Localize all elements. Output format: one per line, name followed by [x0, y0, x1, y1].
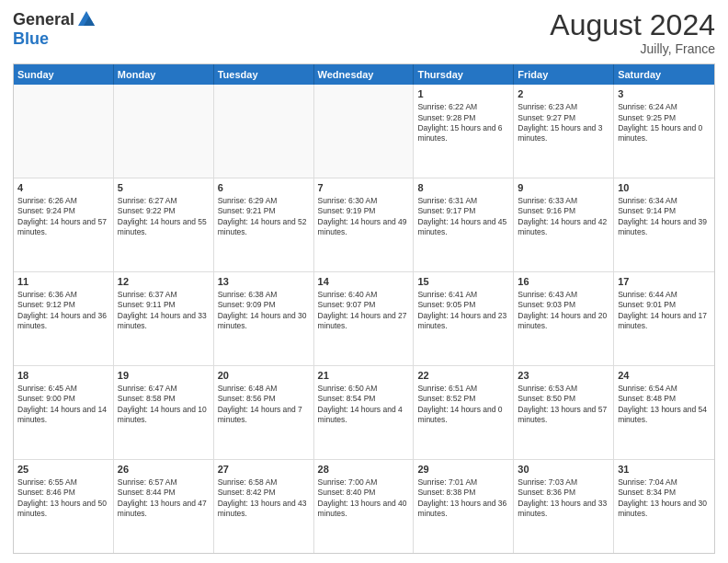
cell-w2-d5: 16Sunrise: 6:43 AM Sunset: 9:03 PM Dayli… — [514, 272, 614, 365]
logo-icon — [76, 9, 97, 29]
cell-info-30: Sunrise: 7:03 AM Sunset: 8:36 PM Dayligh… — [518, 477, 609, 520]
cell-w0-d4: 1Sunrise: 6:22 AM Sunset: 9:28 PM Daylig… — [414, 85, 514, 178]
cell-w2-d4: 15Sunrise: 6:41 AM Sunset: 9:05 PM Dayli… — [414, 272, 514, 365]
day-number-5: 5 — [118, 181, 210, 195]
cell-w4-d0: 25Sunrise: 6:55 AM Sunset: 8:46 PM Dayli… — [14, 460, 114, 553]
day-number-16: 16 — [518, 275, 609, 289]
cell-info-21: Sunrise: 6:50 AM Sunset: 8:54 PM Dayligh… — [318, 384, 410, 426]
day-number-27: 27 — [218, 463, 310, 477]
cell-w0-d3 — [314, 85, 415, 178]
cell-info-11: Sunrise: 6:36 AM Sunset: 9:12 PM Dayligh… — [17, 290, 109, 332]
cell-w4-d1: 26Sunrise: 6:57 AM Sunset: 8:44 PM Dayli… — [114, 460, 214, 553]
cell-info-8: Sunrise: 6:31 AM Sunset: 9:17 PM Dayligh… — [417, 196, 509, 238]
cell-w2-d2: 13Sunrise: 6:38 AM Sunset: 9:09 PM Dayli… — [214, 272, 314, 365]
cell-info-31: Sunrise: 7:04 AM Sunset: 8:34 PM Dayligh… — [618, 477, 711, 520]
cell-w2-d0: 11Sunrise: 6:36 AM Sunset: 9:12 PM Dayli… — [14, 272, 114, 365]
cell-w1-d6: 10Sunrise: 6:34 AM Sunset: 9:14 PM Dayli… — [614, 178, 714, 271]
day-number-14: 14 — [318, 275, 410, 289]
cell-info-2: Sunrise: 6:23 AM Sunset: 9:27 PM Dayligh… — [518, 102, 609, 144]
cell-info-23: Sunrise: 6:53 AM Sunset: 8:50 PM Dayligh… — [518, 384, 609, 426]
cell-w1-d5: 9Sunrise: 6:33 AM Sunset: 9:16 PM Daylig… — [514, 178, 614, 271]
calendar-body: 1Sunrise: 6:22 AM Sunset: 9:28 PM Daylig… — [14, 85, 714, 553]
cell-info-12: Sunrise: 6:37 AM Sunset: 9:11 PM Dayligh… — [118, 290, 210, 332]
day-number-6: 6 — [218, 181, 310, 195]
header-thursday: Thursday — [414, 64, 514, 85]
day-number-24: 24 — [618, 369, 711, 383]
day-number-9: 9 — [518, 181, 609, 195]
cell-w4-d4: 29Sunrise: 7:01 AM Sunset: 8:38 PM Dayli… — [414, 460, 514, 553]
day-number-31: 31 — [618, 463, 711, 477]
cell-info-5: Sunrise: 6:27 AM Sunset: 9:22 PM Dayligh… — [118, 196, 210, 238]
week-row-3: 18Sunrise: 6:45 AM Sunset: 9:00 PM Dayli… — [14, 366, 714, 460]
cell-info-16: Sunrise: 6:43 AM Sunset: 9:03 PM Dayligh… — [518, 290, 609, 332]
cell-w4-d2: 27Sunrise: 6:58 AM Sunset: 8:42 PM Dayli… — [214, 460, 314, 553]
page: General Blue August 2024 Juilly, France … — [0, 0, 728, 563]
cell-info-25: Sunrise: 6:55 AM Sunset: 8:46 PM Dayligh… — [17, 477, 109, 520]
cell-info-19: Sunrise: 6:47 AM Sunset: 8:58 PM Dayligh… — [118, 384, 210, 426]
day-number-29: 29 — [417, 463, 509, 477]
cell-w0-d5: 2Sunrise: 6:23 AM Sunset: 9:27 PM Daylig… — [514, 85, 614, 178]
cell-info-24: Sunrise: 6:54 AM Sunset: 8:48 PM Dayligh… — [618, 384, 711, 426]
cell-info-28: Sunrise: 7:00 AM Sunset: 8:40 PM Dayligh… — [318, 477, 410, 520]
cell-w1-d4: 8Sunrise: 6:31 AM Sunset: 9:17 PM Daylig… — [414, 178, 514, 271]
cell-w0-d2 — [214, 85, 314, 178]
day-number-26: 26 — [118, 463, 210, 477]
cell-w2-d1: 12Sunrise: 6:37 AM Sunset: 9:11 PM Dayli… — [114, 272, 214, 365]
location: Juilly, France — [550, 41, 715, 56]
cell-w3-d1: 19Sunrise: 6:47 AM Sunset: 8:58 PM Dayli… — [114, 366, 214, 459]
cell-w0-d1 — [114, 85, 214, 178]
cell-info-27: Sunrise: 6:58 AM Sunset: 8:42 PM Dayligh… — [218, 477, 310, 520]
calendar: Sunday Monday Tuesday Wednesday Thursday… — [13, 63, 715, 554]
header: General Blue August 2024 Juilly, France — [13, 9, 715, 56]
cell-info-7: Sunrise: 6:30 AM Sunset: 9:19 PM Dayligh… — [318, 196, 410, 238]
calendar-header: Sunday Monday Tuesday Wednesday Thursday… — [14, 64, 714, 85]
day-number-30: 30 — [518, 463, 609, 477]
cell-info-13: Sunrise: 6:38 AM Sunset: 9:09 PM Dayligh… — [218, 290, 310, 332]
header-wednesday: Wednesday — [314, 64, 415, 85]
header-tuesday: Tuesday — [214, 64, 314, 85]
cell-info-22: Sunrise: 6:51 AM Sunset: 8:52 PM Dayligh… — [417, 384, 509, 426]
day-number-12: 12 — [118, 275, 210, 289]
day-number-25: 25 — [17, 463, 109, 477]
cell-w3-d3: 21Sunrise: 6:50 AM Sunset: 8:54 PM Dayli… — [314, 366, 415, 459]
header-saturday: Saturday — [614, 64, 714, 85]
day-number-22: 22 — [417, 369, 509, 383]
cell-w0-d6: 3Sunrise: 6:24 AM Sunset: 9:25 PM Daylig… — [614, 85, 714, 178]
day-number-8: 8 — [417, 181, 509, 195]
week-row-0: 1Sunrise: 6:22 AM Sunset: 9:28 PM Daylig… — [14, 85, 714, 178]
cell-w4-d5: 30Sunrise: 7:03 AM Sunset: 8:36 PM Dayli… — [514, 460, 614, 553]
title-area: August 2024 Juilly, France — [550, 9, 715, 56]
day-number-1: 1 — [417, 87, 509, 101]
cell-info-10: Sunrise: 6:34 AM Sunset: 9:14 PM Dayligh… — [618, 196, 711, 238]
cell-w3-d2: 20Sunrise: 6:48 AM Sunset: 8:56 PM Dayli… — [214, 366, 314, 459]
header-sunday: Sunday — [14, 64, 114, 85]
cell-w4-d3: 28Sunrise: 7:00 AM Sunset: 8:40 PM Dayli… — [314, 460, 415, 553]
cell-w3-d4: 22Sunrise: 6:51 AM Sunset: 8:52 PM Dayli… — [414, 366, 514, 459]
cell-info-15: Sunrise: 6:41 AM Sunset: 9:05 PM Dayligh… — [417, 290, 509, 332]
day-number-7: 7 — [318, 181, 410, 195]
day-number-10: 10 — [618, 181, 711, 195]
cell-info-3: Sunrise: 6:24 AM Sunset: 9:25 PM Dayligh… — [618, 102, 711, 144]
cell-info-18: Sunrise: 6:45 AM Sunset: 9:00 PM Dayligh… — [17, 384, 109, 426]
logo-general-text: General — [13, 10, 74, 29]
day-number-13: 13 — [218, 275, 310, 289]
month-title: August 2024 — [550, 9, 715, 41]
day-number-11: 11 — [17, 275, 109, 289]
cell-info-4: Sunrise: 6:26 AM Sunset: 9:24 PM Dayligh… — [17, 196, 109, 238]
cell-w1-d3: 7Sunrise: 6:30 AM Sunset: 9:19 PM Daylig… — [314, 178, 415, 271]
cell-info-17: Sunrise: 6:44 AM Sunset: 9:01 PM Dayligh… — [618, 290, 711, 332]
cell-w3-d0: 18Sunrise: 6:45 AM Sunset: 9:00 PM Dayli… — [14, 366, 114, 459]
day-number-21: 21 — [318, 369, 410, 383]
day-number-23: 23 — [518, 369, 609, 383]
cell-w0-d0 — [14, 85, 114, 178]
day-number-15: 15 — [417, 275, 509, 289]
cell-info-14: Sunrise: 6:40 AM Sunset: 9:07 PM Dayligh… — [318, 290, 410, 332]
header-friday: Friday — [514, 64, 614, 85]
day-number-20: 20 — [218, 369, 310, 383]
cell-info-20: Sunrise: 6:48 AM Sunset: 8:56 PM Dayligh… — [218, 384, 310, 426]
cell-w2-d3: 14Sunrise: 6:40 AM Sunset: 9:07 PM Dayli… — [314, 272, 415, 365]
cell-w1-d0: 4Sunrise: 6:26 AM Sunset: 9:24 PM Daylig… — [14, 178, 114, 271]
day-number-28: 28 — [318, 463, 410, 477]
cell-info-9: Sunrise: 6:33 AM Sunset: 9:16 PM Dayligh… — [518, 196, 609, 238]
logo: General Blue — [13, 9, 97, 49]
